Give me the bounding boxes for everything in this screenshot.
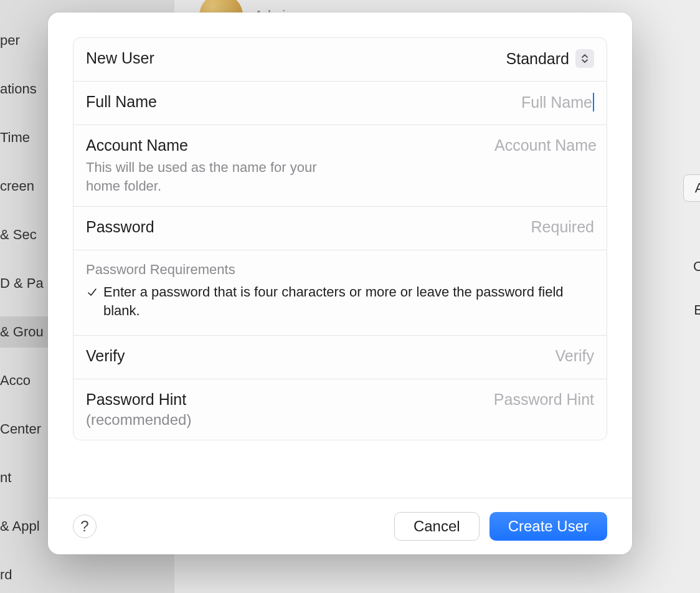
create-user-button[interactable]: Create User bbox=[490, 512, 607, 541]
password-requirements-section: Password Requirements Enter a password t… bbox=[73, 250, 607, 335]
row-full-name: Full Name bbox=[73, 82, 607, 125]
cancel-button[interactable]: Cancel bbox=[394, 512, 480, 541]
dialog-body: New User Standard Full Name bbox=[48, 12, 632, 498]
row-verify: Verify bbox=[73, 336, 607, 379]
password-label: Password bbox=[86, 218, 154, 236]
account-name-sublabel: This will be used as the name for your h… bbox=[86, 158, 348, 195]
password-hint-input[interactable] bbox=[345, 391, 594, 409]
checkmark-icon bbox=[86, 285, 98, 303]
row-password-hint: Password Hint (recommended) bbox=[73, 379, 607, 440]
password-hint-label: Password Hint bbox=[86, 391, 191, 409]
row-new-user: New User Standard bbox=[73, 38, 607, 82]
chevron-up-down-icon bbox=[575, 49, 594, 68]
password-hint-recommended: (recommended) bbox=[86, 411, 191, 429]
new-user-label: New User bbox=[86, 49, 154, 67]
text-cursor bbox=[593, 93, 594, 111]
password-requirement-text: Enter a password that is four characters… bbox=[103, 283, 594, 320]
row-password: Password bbox=[73, 207, 607, 250]
help-button[interactable]: ? bbox=[73, 515, 97, 538]
create-user-dialog: New User Standard Full Name bbox=[48, 12, 632, 554]
user-type-value: Standard bbox=[506, 50, 569, 68]
full-name-label: Full Name bbox=[86, 93, 157, 111]
user-type-select[interactable]: Standard bbox=[154, 49, 594, 68]
verify-input[interactable] bbox=[345, 347, 594, 365]
dialog-footer: ? Cancel Create User bbox=[48, 498, 632, 554]
password-input[interactable] bbox=[345, 218, 594, 236]
account-name-input[interactable] bbox=[348, 136, 597, 154]
account-name-label: Account Name bbox=[86, 136, 348, 154]
row-account-name: Account Name This will be used as the na… bbox=[73, 125, 607, 207]
form-panel: New User Standard Full Name bbox=[73, 37, 607, 440]
password-requirements-title: Password Requirements bbox=[86, 262, 594, 278]
full-name-input[interactable] bbox=[343, 93, 592, 111]
verify-label: Verify bbox=[86, 347, 125, 365]
